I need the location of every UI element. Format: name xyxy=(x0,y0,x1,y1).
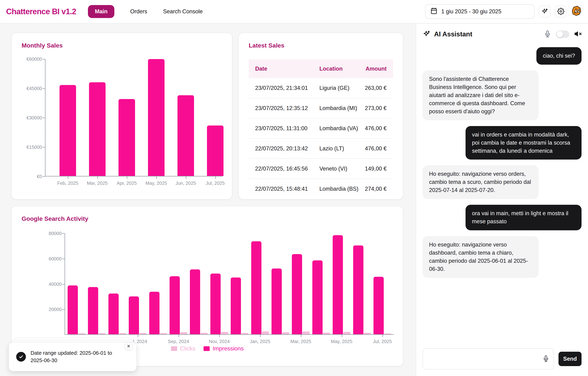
chat-message-assistant: Sono l'assistente di Chatterence Busines… xyxy=(423,70,538,120)
bar-impressions xyxy=(312,260,323,334)
x-axis-tick xyxy=(219,335,220,337)
send-button[interactable]: Send xyxy=(558,352,581,366)
x-axis-label: May, 2025 xyxy=(146,180,167,186)
x-axis-tick xyxy=(342,335,342,337)
sale-date: 22/07/2025, 20:13:42 xyxy=(249,138,313,159)
x-axis-label: Mar, 2025 xyxy=(87,180,108,186)
table-row: 22/07/2025, 20:13:42Lazio (LT)476,00 € xyxy=(249,138,393,159)
speaker-muted-icon[interactable] xyxy=(574,30,581,38)
x-axis-label: Feb, 2025 xyxy=(57,180,78,186)
bar-impressions xyxy=(88,287,98,334)
table-row: 23/07/2025, 21:34:01Liguria (GE)263,00 € xyxy=(249,78,393,98)
bar-clicks xyxy=(99,333,106,334)
x-axis-label: Jan, 2025 xyxy=(250,339,270,344)
y-axis-label: €30000 xyxy=(26,115,42,121)
microphone-icon[interactable] xyxy=(543,355,549,363)
voice-toggle[interactable] xyxy=(556,30,569,38)
toast-message: Date range updated: 2025-06-01 to 2025-0… xyxy=(31,349,122,364)
ai-assistant-header: AI Assistant xyxy=(423,30,581,39)
y-axis-tick xyxy=(43,147,45,147)
bar-impressions xyxy=(373,277,384,334)
tab-orders[interactable]: Orders xyxy=(130,5,147,18)
y-axis-label: €45000 xyxy=(26,86,42,91)
bar-impressions xyxy=(149,292,159,334)
x-axis-tick xyxy=(127,177,127,179)
y-axis-label: €60000 xyxy=(26,56,42,62)
column-date: Date xyxy=(249,59,313,78)
y-axis-label: 60000 xyxy=(49,256,62,262)
x-axis-label: Jul, 2025 xyxy=(373,339,392,344)
bar-month-sales xyxy=(207,125,223,176)
sparkles-icon xyxy=(541,8,548,15)
monthly-sales-card: Monthly Sales €60000€45000€30000€15000€0… xyxy=(11,33,232,199)
table-row: 23/07/2025, 12:35:12Lombardia (MI)273,00… xyxy=(249,98,393,118)
main-nav: Main Orders Search Console xyxy=(88,5,203,18)
x-axis-label: Jun, 2025 xyxy=(176,180,196,186)
sale-date: 23/07/2025, 11:31:00 xyxy=(249,118,313,138)
x-axis-label: Mar, 2025 xyxy=(290,339,311,344)
monthly-sales-plot: Feb, 2025Mar, 2025Apr, 2025May, 2025Jun,… xyxy=(45,59,223,177)
x-axis-tick xyxy=(382,335,383,337)
y-axis-label: 20000 xyxy=(49,307,62,312)
legend-impressions-label: Impressions xyxy=(212,345,244,352)
y-axis-tick xyxy=(43,59,45,59)
chat-message-user: ciao, chi sei? xyxy=(536,47,581,65)
sparkles-icon xyxy=(423,30,430,39)
bar-clicks xyxy=(160,333,167,334)
y-axis-tick xyxy=(62,233,65,234)
clicks-swatch xyxy=(171,346,177,351)
tab-search-console[interactable]: Search Console xyxy=(163,5,203,18)
tab-main[interactable]: Main xyxy=(88,5,114,18)
bar-clicks xyxy=(384,333,391,334)
bar-month-sales xyxy=(118,99,135,176)
bar-month-sales xyxy=(148,59,165,176)
sale-date: 23/07/2025, 12:35:12 xyxy=(249,98,313,118)
bar-clicks xyxy=(241,333,249,334)
ai-assistant-title: AI Assistant xyxy=(434,30,472,38)
bar-impressions xyxy=(190,269,200,334)
close-icon[interactable]: ✕ xyxy=(125,342,133,350)
chat-message-list: ciao, chi sei?Sono l'assistente di Chatt… xyxy=(423,47,581,343)
latest-sales-title: Latest Sales xyxy=(249,42,393,49)
sale-location: Liguria (GE) xyxy=(313,78,358,98)
microphone-icon[interactable] xyxy=(544,30,551,38)
table-row: 22/07/2025, 15:48:41Lombardia (BS)274,00… xyxy=(249,179,393,199)
bar-impressions xyxy=(272,268,282,334)
bar-impressions xyxy=(108,294,119,334)
chat-input[interactable] xyxy=(423,348,554,369)
dashboard-main: Monthly Sales €60000€45000€30000€15000€0… xyxy=(0,24,416,376)
date-range-picker[interactable]: 1 giu 2025 - 30 giu 2025 xyxy=(425,4,535,19)
x-axis-tick xyxy=(156,177,157,179)
y-axis-label: €15000 xyxy=(26,144,42,150)
y-axis-label: 40000 xyxy=(49,281,62,287)
y-axis-tick xyxy=(62,284,65,285)
y-axis-tick xyxy=(43,88,45,89)
sale-location: Lombardia (BS) xyxy=(313,179,358,199)
column-location: Location xyxy=(313,59,358,78)
sale-date: 22/07/2025, 15:48:41 xyxy=(249,179,313,199)
x-axis-tick xyxy=(97,177,98,179)
brand-avatar[interactable] xyxy=(571,6,582,17)
bar-impressions xyxy=(231,277,241,334)
bar-impressions xyxy=(129,296,139,334)
sale-amount: 263,00 € xyxy=(358,78,393,98)
bar-clicks xyxy=(364,333,371,334)
monthly-sales-title: Monthly Sales xyxy=(21,42,222,49)
bar-clicks xyxy=(262,331,269,334)
chat-message-user: ora vai in main, metti in light e mostra… xyxy=(466,205,581,230)
settings-button[interactable] xyxy=(555,6,567,17)
column-amount: Amount xyxy=(358,59,393,78)
bar-clicks xyxy=(180,332,187,334)
sale-date: 23/07/2025, 21:34:01 xyxy=(249,78,313,98)
sale-amount: 274,00 € xyxy=(358,179,393,199)
toggle-knob xyxy=(556,31,563,37)
ai-sparkles-button[interactable] xyxy=(539,6,551,17)
sale-location: Veneto (VI) xyxy=(313,159,358,179)
top-header: Chatterence BI v1.2 Main Orders Search C… xyxy=(0,0,588,23)
bar-clicks xyxy=(78,333,85,334)
sale-amount: 273,00 € xyxy=(358,98,393,118)
app-root: Chatterence BI v1.2 Main Orders Search C… xyxy=(0,0,588,376)
legend-clicks: Clicks xyxy=(171,345,195,352)
sale-location: Lombardia (VA) xyxy=(313,118,358,138)
y-axis-tick xyxy=(43,176,45,177)
